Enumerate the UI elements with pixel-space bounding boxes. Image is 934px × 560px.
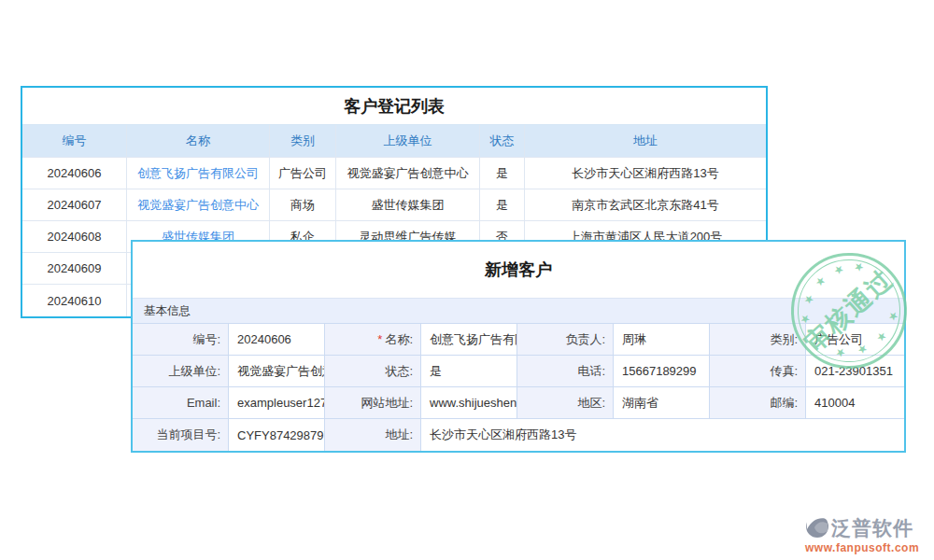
cell-address: 南京市玄武区北京东路41号 [525, 189, 766, 221]
cell-id: 20240607 [22, 189, 127, 221]
email-field[interactable]: exampleuser127 [229, 387, 325, 419]
basic-info-section-header: 基本信息 [133, 298, 904, 324]
project-number-label: 当前项目号: [133, 419, 229, 451]
project-number-field[interactable]: CYFY8742987979 [229, 419, 325, 451]
column-header-parent: 上级单位 [336, 125, 480, 158]
required-marker: * [377, 332, 382, 346]
cell-status: 是 [480, 189, 525, 221]
address-label: 地址: [325, 419, 421, 451]
parent-unit-label: 上级单位: [133, 356, 229, 387]
column-header-id: 编号 [22, 125, 127, 158]
table-row: 20240606 创意飞扬广告有限公司 广告公司 视觉盛宴广告创意中心 是 长沙… [22, 158, 766, 189]
fanpu-logo-icon [805, 514, 829, 542]
address-field[interactable]: 长沙市天心区湘府西路13号 [421, 419, 904, 451]
column-header-status: 状态 [480, 125, 525, 158]
table-row: 20240607 视觉盛宴广告创意中心 商场 盛世传媒集团 是 南京市玄武区北京… [22, 189, 766, 221]
customer-name-link[interactable]: 创意飞扬广告有限公司 [137, 165, 259, 182]
column-header-name: 名称 [127, 125, 270, 158]
vendor-name: 泛普软件 [831, 515, 913, 541]
cell-id: 20240610 [22, 285, 127, 316]
customer-list-title: 客户登记列表 [22, 88, 766, 125]
name-field[interactable]: 创意飞扬广告有限 [421, 324, 517, 356]
cell-id: 20240608 [22, 221, 127, 253]
cell-address: 长沙市天心区湘府西路13号 [525, 158, 766, 189]
region-field[interactable]: 湖南省 [614, 387, 710, 419]
phone-field[interactable]: 15667189299 [614, 356, 710, 387]
owner-label: 负责人: [517, 324, 614, 356]
email-label: Email: [133, 387, 229, 419]
status-label: 状态: [325, 356, 421, 387]
vendor-url[interactable]: www.fanpusoft.com [805, 541, 919, 554]
status-field[interactable]: 是 [421, 356, 517, 387]
region-label: 地区: [517, 387, 614, 419]
website-label: 网站地址: [325, 387, 421, 419]
name-label: *名称: [325, 324, 421, 356]
phone-label: 电话: [517, 356, 614, 387]
form-row: 上级单位: 视觉盛宴广告创意 状态: 是 电话: 15667189299 传真:… [133, 356, 904, 387]
cell-parent: 视觉盛宴广告创意中心 [336, 158, 480, 189]
cell-category: 商场 [270, 189, 336, 221]
fax-label: 传真: [710, 356, 806, 387]
add-customer-dialog: 新增客户 基本信息 编号: 20240606 *名称: 创意飞扬广告有限 负责人… [131, 240, 906, 453]
vendor-logo: 泛普软件 www.fanpusoft.com [805, 514, 919, 554]
customer-list-header-row: 编号 名称 类别 上级单位 状态 地址 [22, 125, 766, 158]
category-label: 类别: [710, 324, 806, 356]
cell-parent: 盛世传媒集团 [336, 189, 480, 221]
zipcode-label: 邮编: [710, 387, 806, 419]
column-header-address: 地址 [525, 125, 766, 158]
id-field[interactable]: 20240606 [229, 324, 325, 356]
column-header-category: 类别 [270, 125, 336, 158]
dialog-title: 新增客户 [133, 242, 904, 298]
cell-id: 20240609 [22, 253, 127, 285]
customer-name-link[interactable]: 视觉盛宴广告创意中心 [137, 197, 259, 214]
cell-category: 广告公司 [270, 158, 336, 189]
cell-status: 是 [480, 158, 525, 189]
form-row: Email: exampleuser127 网站地址: www.shijuesh… [133, 387, 904, 419]
form-row: 当前项目号: CYFY8742987979 地址: 长沙市天心区湘府西路13号 [133, 419, 904, 451]
form-row: 编号: 20240606 *名称: 创意飞扬广告有限 负责人: 周琳 类别: 广… [133, 324, 904, 356]
category-field[interactable]: 广告公司 [806, 324, 904, 356]
name-label-text: 名称: [385, 331, 413, 348]
fax-field[interactable]: 021-23901351 [806, 356, 904, 387]
owner-field[interactable]: 周琳 [614, 324, 710, 356]
parent-unit-field[interactable]: 视觉盛宴广告创意 [229, 356, 325, 387]
zipcode-field[interactable]: 410004 [806, 387, 904, 419]
id-label: 编号: [133, 324, 229, 356]
cell-id: 20240606 [22, 158, 127, 189]
website-field[interactable]: www.shijuesheng [421, 387, 517, 419]
